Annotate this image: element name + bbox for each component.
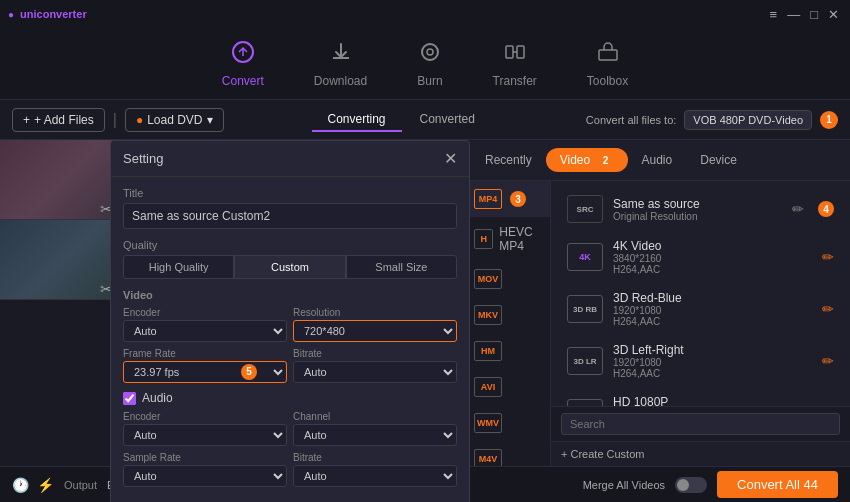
wmv-icon: WMV (474, 413, 502, 433)
sample-rate-field: Sample Rate Auto (123, 452, 287, 487)
fmt-3d-rb-res: 1920*1080H264,AAC (613, 305, 812, 327)
nav-toolbox[interactable]: Toolbox (587, 40, 628, 88)
resolution-label: Resolution (293, 307, 457, 318)
clock-icon[interactable]: 🕐 (12, 477, 29, 493)
tab-video[interactable]: Video 2 (546, 148, 628, 172)
framerate-select[interactable]: 23.97 fps (123, 361, 287, 383)
lightning-icon[interactable]: ⚡ (37, 477, 54, 493)
toolbox-icon (596, 40, 620, 70)
resolution-select[interactable]: 720*480 (293, 320, 457, 342)
audio-checkbox-input[interactable] (123, 392, 136, 405)
fmt-3d-lr-name: 3D Left-Right (613, 343, 812, 357)
tab-audio[interactable]: Audio (628, 149, 687, 171)
tab-device[interactable]: Device (686, 149, 751, 171)
fmt-hevc-mkv[interactable]: HM (461, 333, 550, 369)
fmt-same-as-source-res: Original Resolution (613, 211, 782, 222)
merge-toggle[interactable] (675, 477, 707, 493)
nav-burn[interactable]: Burn (417, 40, 442, 88)
tab-converting[interactable]: Converting (312, 108, 402, 132)
audio-encoder-select[interactable]: Auto (123, 424, 287, 446)
minimize-button[interactable]: — (784, 7, 803, 22)
svg-point-1 (422, 44, 438, 60)
menu-icon[interactable]: ≡ (767, 7, 781, 22)
fmt-mkv[interactable]: MKV (461, 297, 550, 333)
fmt-m4v[interactable]: M4V (461, 441, 550, 466)
video-fields: Encoder Auto Resolution 720*480 Frame Ra… (123, 307, 457, 383)
fmt-wmv[interactable]: WMV (461, 405, 550, 441)
setting-close-button[interactable]: ✕ (444, 149, 457, 168)
nav-download[interactable]: Download (314, 40, 367, 88)
format-tabs: Recently Video 2 Audio Device (461, 140, 850, 181)
audio-checkbox[interactable]: Audio (123, 391, 457, 405)
nav-convert[interactable]: Convert (222, 40, 264, 88)
bitrate-field: Bitrate Auto (293, 348, 457, 383)
setting-modal: Setting ✕ Title Same as source Custom2 Q… (110, 140, 470, 502)
svg-rect-4 (517, 46, 524, 58)
hevc-mkv-icon: HM (474, 341, 502, 361)
encoder-select[interactable]: Auto (123, 320, 287, 342)
svg-point-2 (427, 49, 433, 55)
3d-rb-icon: 3D RB (567, 295, 603, 323)
quality-custom[interactable]: Custom (234, 255, 345, 279)
audio-encoder-field: Encoder Auto (123, 411, 287, 446)
quality-small[interactable]: Small Size (346, 255, 457, 279)
nav-download-label: Download (314, 74, 367, 88)
fmt-1080p-info: HD 1080P 1920*1080H264,AAC (613, 395, 812, 406)
convert-icon (231, 40, 255, 70)
bitrate-select[interactable]: Auto (293, 361, 457, 383)
bottom-right: Merge All Videos Convert All 44 (583, 471, 838, 498)
edit-icon-3d-lr[interactable]: ✏ (822, 353, 834, 369)
nav-transfer[interactable]: Transfer (493, 40, 537, 88)
toolbar-tabs: Converting Converted (312, 108, 491, 132)
format-left: MP4 3 H HEVC MP4 MOV MKV HM AVI (461, 181, 551, 466)
edit-icon-4k[interactable]: ✏ (822, 249, 834, 265)
format-dropdown[interactable]: VOB 480P DVD-Video (684, 110, 812, 130)
search-input[interactable] (561, 413, 840, 435)
create-custom-button[interactable]: + Create Custom (551, 441, 850, 466)
fmt-4k[interactable]: 4K 4K Video 3840*2160H264,AAC ✏ (557, 231, 844, 283)
fmt-3d-lr[interactable]: 3D LR 3D Left-Right 1920*1080H264,AAC ✏ (557, 335, 844, 387)
fmt-mov[interactable]: MOV (461, 261, 550, 297)
format-right: SRC Same as source Original Resolution ✏… (551, 181, 850, 406)
mkv-icon: MKV (474, 305, 502, 325)
maximize-button[interactable]: □ (807, 7, 821, 22)
fmt-avi[interactable]: AVI (461, 369, 550, 405)
tab-converted[interactable]: Converted (404, 108, 491, 132)
add-files-button[interactable]: + + Add Files (12, 108, 105, 132)
load-dvd-button[interactable]: ● Load DVD ▾ (125, 108, 224, 132)
svg-rect-3 (506, 46, 513, 58)
window-controls[interactable]: ≡ — □ ✕ (767, 7, 842, 22)
bottom-icons: 🕐 ⚡ (12, 477, 54, 493)
fmt-3d-lr-info: 3D Left-Right 1920*1080H264,AAC (613, 343, 812, 379)
merge-label: Merge All Videos (583, 479, 665, 491)
convert-all-button[interactable]: Convert All 44 (717, 471, 838, 498)
edit-icon-src[interactable]: ✏ (792, 201, 804, 217)
tab-recently[interactable]: Recently (471, 149, 546, 171)
4k-icon: 4K (567, 243, 603, 271)
edit-icon-3d-rb[interactable]: ✏ (822, 301, 834, 317)
download-icon (329, 40, 353, 70)
fmt-3d-red-blue[interactable]: 3D RB 3D Red-Blue 1920*1080H264,AAC ✏ (557, 283, 844, 335)
title-field[interactable]: Same as source Custom2 (123, 203, 457, 229)
sample-rate-select[interactable]: Auto (123, 465, 287, 487)
fmt-same-as-source[interactable]: SRC Same as source Original Resolution ✏… (557, 187, 844, 231)
quality-high[interactable]: High Quality (123, 255, 234, 279)
mov-icon: MOV (474, 269, 502, 289)
fmt-hevc-mp4[interactable]: H HEVC MP4 (461, 217, 550, 261)
m4v-icon: M4V (474, 449, 502, 466)
audio-bitrate-field: Bitrate Auto (293, 452, 457, 487)
sample-rate-label: Sample Rate (123, 452, 287, 463)
mp4-badge: 3 (510, 191, 526, 207)
nav-transfer-label: Transfer (493, 74, 537, 88)
plus-icon: + (23, 113, 30, 127)
fmt-4k-res: 3840*2160H264,AAC (613, 253, 812, 275)
video-section-label: Video (123, 289, 457, 301)
fmt-mp4[interactable]: MP4 3 (461, 181, 550, 217)
app-logo: uniconverter (20, 8, 87, 20)
close-button[interactable]: ✕ (825, 7, 842, 22)
nav-burn-label: Burn (417, 74, 442, 88)
channel-select[interactable]: Auto (293, 424, 457, 446)
fmt-hd-1080p[interactable]: 1080 HD 1080P 1920*1080H264,AAC ✏ (557, 387, 844, 406)
setting-header: Setting ✕ (111, 141, 469, 177)
audio-bitrate-select[interactable]: Auto (293, 465, 457, 487)
